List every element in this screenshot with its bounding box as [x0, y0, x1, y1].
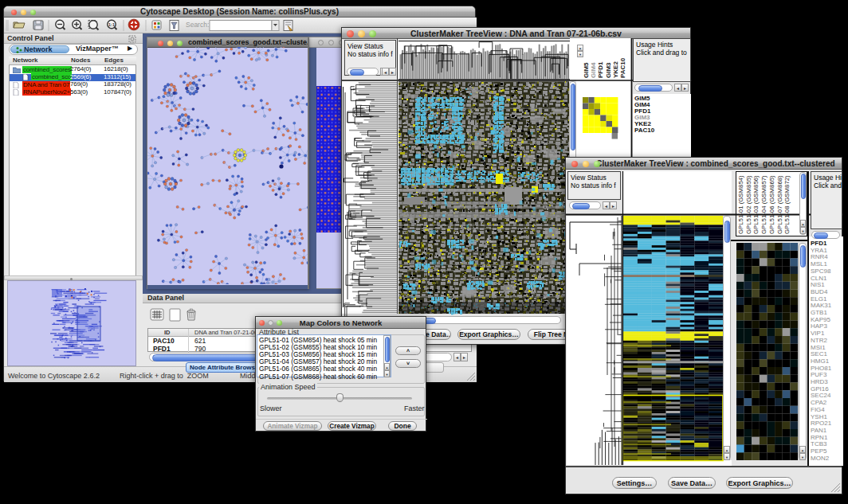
- svg-text:VIP1: VIP1: [811, 330, 825, 337]
- svg-text:RNR4: RNR4: [811, 253, 828, 260]
- svg-text:TCB3: TCB3: [811, 440, 827, 447]
- svg-text:MSI1: MSI1: [811, 344, 826, 351]
- svg-text:HAP3: HAP3: [811, 322, 827, 330]
- svg-text:GIM3: GIM3: [605, 62, 612, 78]
- svg-text:GPL51-08 (GSM872): GPL51-08 (GSM872): [783, 175, 791, 234]
- svg-text:YKE2: YKE2: [612, 61, 619, 78]
- svg-text:YSH1: YSH1: [811, 413, 827, 420]
- svg-text:HMG1: HMG1: [811, 357, 830, 365]
- svg-text:PFD1: PFD1: [811, 240, 827, 247]
- svg-text:PHO81: PHO81: [811, 365, 832, 372]
- svg-text:GPL51-07 (GSM868): GPL51-07 (GSM868): [776, 175, 783, 234]
- svg-text:PUF3: PUF3: [811, 371, 827, 378]
- svg-text:SEC1: SEC1: [811, 350, 827, 357]
- svg-text:GPL51-01 (GSM854): GPL51-01 (GSM854): [737, 175, 744, 234]
- svg-text:CLN1: CLN1: [811, 275, 827, 282]
- svg-text:NIS1: NIS1: [811, 281, 825, 288]
- svg-text:GPL51-02 (GSM855): GPL51-02 (GSM855): [745, 175, 752, 234]
- svg-text:KAP95: KAP95: [811, 316, 830, 323]
- svg-text:RPN1: RPN1: [811, 434, 828, 441]
- svg-text:PAN1: PAN1: [811, 427, 827, 434]
- svg-text:YRA1: YRA1: [811, 247, 827, 254]
- svg-text:GPL51-06 (GSM865): GPL51-06 (GSM865): [768, 175, 775, 234]
- svg-text:1:1: 1:1: [108, 22, 115, 27]
- svg-text:Search:: Search:: [186, 21, 209, 29]
- svg-text:GIM5: GIM5: [583, 62, 590, 78]
- svg-text:BUD4: BUD4: [811, 288, 828, 295]
- svg-text:ELG1: ELG1: [811, 295, 827, 303]
- svg-text:CPA2: CPA2: [811, 399, 827, 406]
- svg-text:RPO21: RPO21: [811, 420, 832, 427]
- svg-text:GPL51-03 (GSM856): GPL51-03 (GSM856): [752, 175, 760, 234]
- svg-text:PEP5: PEP5: [811, 447, 827, 455]
- svg-text:PAC10: PAC10: [634, 127, 655, 134]
- svg-text:GPI16: GPI16: [811, 385, 829, 393]
- svg-text:HRD3: HRD3: [811, 378, 828, 385]
- svg-text:GIM4: GIM4: [590, 62, 597, 78]
- svg-text:GPL51-04 (GSM857): GPL51-04 (GSM857): [760, 175, 768, 234]
- svg-text:NTR2: NTR2: [811, 337, 827, 344]
- svg-text:FIG4: FIG4: [811, 406, 825, 413]
- svg-text:MSL1: MSL1: [811, 260, 827, 268]
- svg-text:GTB1: GTB1: [811, 309, 827, 316]
- svg-text:SEC24: SEC24: [811, 392, 831, 399]
- svg-text:SPC98: SPC98: [811, 268, 831, 275]
- svg-text:MON2: MON2: [811, 455, 830, 462]
- svg-text:PFD1: PFD1: [597, 61, 604, 78]
- svg-text:MAK31: MAK31: [811, 302, 832, 309]
- svg-text:PAC10: PAC10: [619, 57, 626, 78]
